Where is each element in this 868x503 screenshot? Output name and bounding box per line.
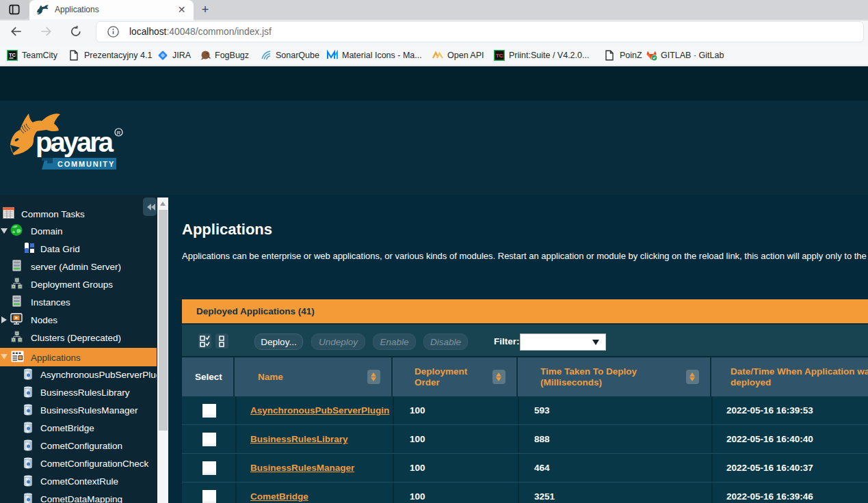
svg-text:TC: TC (496, 53, 503, 59)
svg-text:R: R (117, 130, 121, 136)
svg-text:payara: payara (36, 127, 114, 157)
svg-text:TC: TC (9, 51, 16, 57)
svg-text:COMMUNITY: COMMUNITY (57, 160, 115, 168)
